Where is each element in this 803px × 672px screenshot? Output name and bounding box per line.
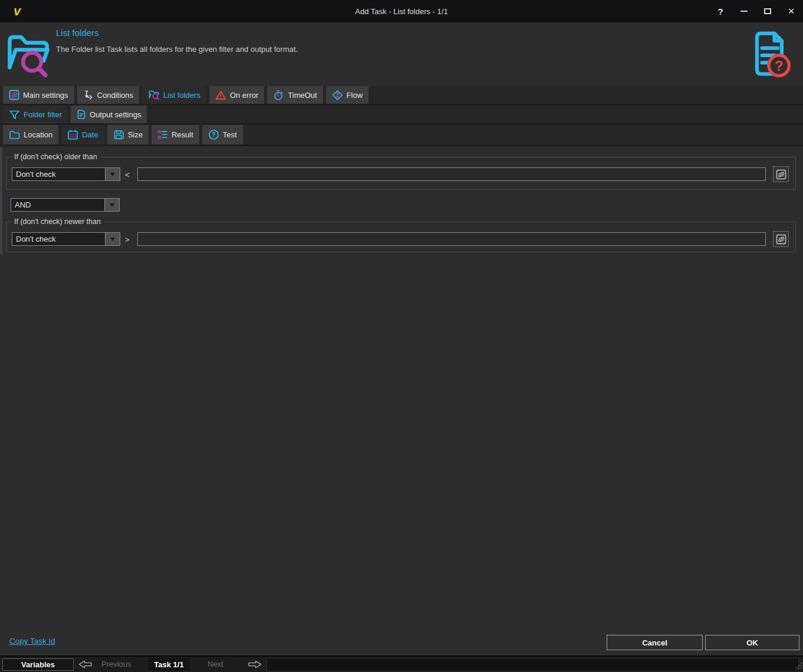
tab-label: Conditions — [97, 91, 133, 100]
tab-main-settings[interactable]: Main settings — [3, 86, 74, 104]
tab-label: Flow — [347, 91, 363, 100]
newer-than-options-button[interactable] — [773, 231, 789, 247]
tab-label: TimeOut — [288, 91, 317, 100]
tab-size[interactable]: Size — [107, 125, 149, 144]
stopwatch-icon — [273, 90, 284, 101]
funnel-icon — [9, 110, 20, 120]
question-circle-icon: ? — [208, 129, 219, 140]
tab-test[interactable]: ? Test — [202, 125, 243, 144]
minimize-icon[interactable] — [732, 0, 756, 22]
resize-grip-icon[interactable] — [795, 661, 802, 671]
folder-search-small-icon — [148, 90, 160, 100]
tab-label: On error — [230, 91, 258, 100]
svg-text:?: ? — [775, 58, 784, 74]
copy-task-id-link[interactable]: Copy Task Id — [9, 637, 55, 645]
sliders-button-icon — [776, 169, 786, 180]
page-description: The Folder list Task lists all folders f… — [56, 45, 298, 54]
page-title: List folders — [56, 28, 99, 38]
titlebar: v Add Task - List folders - 1/1 ? × — [0, 0, 803, 22]
tab-on-error[interactable]: On error — [209, 86, 264, 104]
tab-label: Main settings — [23, 91, 68, 100]
newer-than-caption: If (don't check) newer than — [11, 218, 104, 226]
tab-label: Result — [172, 130, 193, 139]
caret-down-icon — [110, 203, 114, 207]
folder-search-icon — [5, 30, 53, 80]
older-than-mode-combo[interactable]: Don't check — [12, 167, 120, 181]
calendar-icon — [67, 129, 78, 140]
tab-label: List folders — [163, 91, 200, 100]
newer-than-mode-combo[interactable]: Don't check — [12, 232, 120, 246]
arrow-right-icon[interactable] — [248, 660, 262, 671]
add-task-window: v Add Task - List folders - 1/1 ? × List… — [0, 0, 803, 672]
document-question-icon[interactable]: ? — [746, 29, 791, 83]
floppy-icon — [113, 129, 124, 140]
result-list-icon — [157, 130, 168, 140]
older-than-value-input[interactable] — [137, 167, 766, 181]
tab-list-folders[interactable]: List folders — [142, 86, 206, 104]
main-tabbar: Main settings Conditions — [0, 86, 803, 106]
tab-label: Location — [24, 130, 52, 139]
tab-timeout[interactable]: TimeOut — [267, 86, 322, 104]
older-than-options-button[interactable] — [773, 166, 789, 182]
maximize-icon[interactable] — [756, 0, 779, 22]
help-icon[interactable]: ? — [709, 0, 732, 22]
statusbar: Variables Previous Task 1/1 Next — [0, 655, 803, 672]
date-tabbar: Location Date — [0, 125, 803, 146]
task-header: List folders The Folder list Task lists … — [0, 22, 803, 86]
document-icon — [77, 109, 86, 120]
tab-label: Output settings — [90, 110, 141, 119]
svg-text:?: ? — [212, 131, 215, 138]
combo-value: Don't check — [12, 168, 105, 180]
tab-label: Date — [82, 130, 98, 139]
newer-than-value-input[interactable] — [137, 232, 766, 246]
sliders-icon — [9, 90, 19, 100]
arrow-left-icon[interactable] — [78, 660, 93, 671]
combo-value: Don't check — [12, 233, 105, 245]
tab-label: Test — [223, 130, 237, 139]
filter-tabbar: Folder filter Output settings — [0, 106, 803, 125]
logic-operator-combo[interactable]: AND — [11, 198, 120, 212]
warning-icon — [215, 90, 226, 100]
tab-date[interactable]: Date — [61, 125, 104, 144]
task-page-indicator: Task 1/1 — [148, 658, 190, 671]
previous-button[interactable]: Previous — [101, 660, 131, 668]
older-than-caption: If (don't check) older than — [11, 153, 100, 161]
ok-button[interactable]: OK — [705, 635, 799, 650]
page-edge — [0, 147, 2, 255]
tab-conditions[interactable]: Conditions — [77, 86, 139, 104]
window-title: Add Task - List folders - 1/1 — [0, 7, 803, 16]
tab-flow[interactable]: Flow — [326, 86, 368, 104]
close-icon[interactable]: × — [779, 0, 803, 22]
tab-label: Folder filter — [24, 110, 62, 119]
caret-down-icon — [110, 173, 115, 176]
branch-icon — [83, 90, 94, 100]
window-controls: ? × — [709, 0, 803, 22]
tab-folder-filter[interactable]: Folder filter — [3, 106, 68, 123]
older-operator-label: < — [125, 170, 130, 179]
next-button[interactable]: Next — [208, 660, 223, 668]
variables-button[interactable]: Variables — [2, 658, 74, 671]
cancel-button[interactable]: Cancel — [607, 635, 703, 650]
tab-label: Size — [128, 130, 143, 139]
folder-icon — [9, 130, 20, 140]
combo-value: AND — [11, 199, 104, 211]
statusbar-panel — [266, 658, 799, 671]
dropdown-arrow[interactable] — [104, 199, 119, 211]
tab-output-settings[interactable]: Output settings — [71, 106, 147, 123]
caret-down-icon — [110, 238, 115, 241]
newer-operator-label: > — [125, 235, 130, 244]
tab-location[interactable]: Location — [3, 125, 58, 144]
flow-icon — [332, 90, 343, 101]
sliders-button-icon — [776, 234, 786, 245]
dropdown-arrow[interactable] — [105, 233, 120, 245]
dropdown-arrow[interactable] — [105, 168, 120, 180]
tab-result[interactable]: Result — [152, 125, 199, 144]
